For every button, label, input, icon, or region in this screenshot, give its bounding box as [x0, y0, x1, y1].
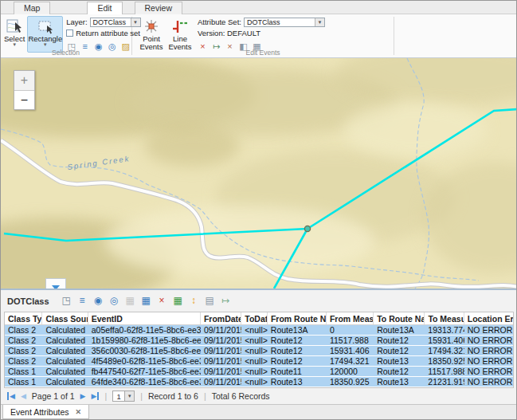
select-tool-button[interactable]: Select ▼	[3, 16, 25, 53]
layer-label: Layer:	[66, 18, 87, 26]
table-cell: 09/11/2015	[201, 325, 241, 335]
column-header[interactable]: EventID	[88, 312, 201, 324]
table-cell: Class 2	[5, 336, 42, 345]
page-text: Page 1 of 1	[32, 391, 75, 401]
select-dropdown-caret[interactable]: ▼	[12, 43, 17, 47]
table-row[interactable]: Class 2Calculated356c0030-62f8-11e5-8bc6…	[5, 346, 513, 356]
select-records-icon[interactable]: ◳	[61, 296, 72, 306]
column-header[interactable]: From Route Name	[268, 312, 327, 324]
table-cell: 64fde340-62f8-11e5-8bc6-ee32641d5ec9	[88, 377, 201, 387]
column-header[interactable]: FromDate	[201, 312, 241, 324]
table-cell: Route12	[268, 356, 327, 366]
close-tab-icon[interactable]: ✕	[76, 408, 82, 416]
table-cell: 18350.925	[327, 377, 374, 387]
chevron-down-icon	[52, 285, 60, 289]
zoom-out-button[interactable]: −	[14, 90, 34, 109]
table-cell: fb447540-62f7-11e5-8bc6-ee32641d5ec9	[88, 367, 201, 376]
table-cell: Calculated	[42, 336, 88, 345]
table-cell: Class 2	[5, 325, 42, 335]
table-cell: Calculated	[42, 346, 88, 355]
point-events-icon	[143, 18, 160, 34]
table-cell: Route12	[268, 336, 327, 345]
column-header[interactable]: From Measure	[327, 312, 374, 324]
ribbon-tab-bar: Map Edit Review	[1, 1, 516, 14]
table-cell: 0	[327, 325, 374, 335]
column-header[interactable]: ToDate	[241, 312, 268, 324]
pan-to-record-icon[interactable]: ◎	[109, 296, 119, 306]
tab-event-attributes[interactable]: Event Attributes ✕	[2, 405, 89, 419]
table-cell: <null>	[241, 346, 268, 355]
column-header[interactable]: Location Error	[464, 312, 513, 324]
delete-record-icon[interactable]: ×	[157, 296, 167, 306]
route-junction-marker[interactable]	[304, 226, 310, 231]
sort-records-icon[interactable]: ↕	[189, 296, 199, 306]
page-number-select[interactable]: 1 ▼	[112, 391, 135, 402]
panel-collapse-button[interactable]	[45, 278, 66, 289]
table-cell: 1b159980-62f8-11e5-8bc6-ee32641d5ec9	[88, 336, 201, 345]
panel-tab-bar: Event Attributes ✕	[1, 404, 516, 419]
table-row[interactable]: Class 2Calculated1b159980-62f8-11e5-8bc6…	[5, 336, 513, 346]
last-page-button[interactable]: ▶	[91, 392, 99, 400]
table-row[interactable]: Class 2Calculated4f5489e0-62f8-11e5-8bc6…	[5, 356, 513, 367]
table-cell: 09/11/2015	[201, 346, 241, 355]
table-cell: 19313.774	[425, 325, 464, 335]
rectangle-tool-icon	[37, 18, 54, 34]
table-cell: 09/11/2015	[201, 356, 241, 366]
table-cell: NO ERROR	[464, 377, 513, 387]
pagination-bar: ◀ ◀ Page 1 of 1 ▶ ▶ | 1 ▼ | Record 1 to …	[1, 388, 516, 404]
table-cell: 11517.988	[327, 336, 374, 345]
attributes-table: Class TypeClass SourceEventIDFromDateToD…	[4, 312, 514, 388]
rectangle-tool-button[interactable]: Rectangle ▼	[27, 16, 63, 53]
zoom-in-button[interactable]: +	[14, 71, 34, 90]
map-canvas[interactable]: Spring Creek + −	[1, 58, 517, 289]
tab-edit[interactable]: Edit	[87, 2, 122, 14]
event-editor-window: Map Edit Review Select ▼ Rectang	[0, 0, 517, 420]
table-cell: Calculated	[42, 367, 88, 376]
table-cell: 09/11/2015	[201, 336, 241, 345]
show-selected-icon[interactable]: ≡	[77, 296, 88, 306]
attribute-set-dropdown-caret[interactable]: ▼	[315, 18, 324, 26]
checkbox-box[interactable]	[66, 29, 73, 37]
table-cell: 120000	[327, 367, 374, 376]
table-cell: Route13	[374, 356, 425, 366]
open-table-icon[interactable]: ▦	[141, 296, 151, 306]
table-cell: 15931.406	[327, 346, 374, 355]
page-select-caret[interactable]: ▼	[124, 391, 134, 401]
rectangle-dropdown-caret[interactable]: ▼	[43, 43, 48, 47]
table-cell: Route13	[268, 377, 327, 387]
table-cell: 17494.321	[425, 346, 464, 355]
extend-measures-icon[interactable]: ↦	[221, 296, 231, 306]
table-cell: Calculated	[42, 377, 88, 387]
table-row[interactable]: Class 1Calculated64fde340-62f8-11e5-8bc6…	[5, 377, 513, 387]
zoom-to-record-icon[interactable]: ◉	[93, 296, 104, 306]
table-cell: Route13	[374, 377, 425, 387]
table-cell: NO ERROR	[464, 325, 513, 335]
add-record-icon[interactable]: ▦	[173, 296, 183, 306]
table-cell: NO ERROR	[464, 356, 513, 366]
return-attribute-set-checkbox[interactable]: Return attribute set	[66, 28, 140, 38]
attribute-set-dropdown[interactable]: DOTClass ▼	[244, 18, 325, 27]
table-cell: Route12	[374, 336, 425, 345]
table-body: Class 2Calculateda05effa0-62f8-11e5-8bc6…	[5, 325, 513, 387]
save-edits-icon[interactable]: ▦	[125, 296, 135, 306]
first-page-button[interactable]: ◀	[7, 392, 15, 400]
column-header[interactable]: Class Type	[5, 312, 42, 324]
table-cell: Route12	[268, 346, 327, 355]
tab-review[interactable]: Review	[135, 2, 182, 14]
tab-map[interactable]: Map	[14, 2, 50, 14]
table-cell: 11517.988	[425, 367, 464, 376]
next-page-button[interactable]: ▶	[80, 392, 86, 400]
column-header[interactable]: To Route Name	[374, 312, 425, 324]
line-events-icon	[171, 18, 189, 34]
form-view-icon[interactable]: ▤	[205, 296, 215, 306]
panel-toolbar: DOTClass ◳≡◉◎▦▦×▦↕▤↦	[1, 290, 516, 312]
table-cell: Calculated	[42, 325, 88, 335]
table-cell: <null>	[241, 356, 268, 366]
column-header[interactable]: To Measure	[425, 312, 464, 324]
table-row[interactable]: Class 2Calculateda05effa0-62f8-11e5-8bc6…	[5, 325, 513, 336]
column-header[interactable]: Class Source	[42, 312, 88, 324]
table-cell: 4f5489e0-62f8-11e5-8bc6-ee32641d5ec9	[88, 356, 201, 366]
version-label: Version: DEFAULT	[198, 29, 260, 37]
previous-page-button[interactable]: ◀	[21, 392, 26, 400]
table-row[interactable]: Class 1Calculatedfb447540-62f7-11e5-8bc6…	[5, 367, 513, 377]
